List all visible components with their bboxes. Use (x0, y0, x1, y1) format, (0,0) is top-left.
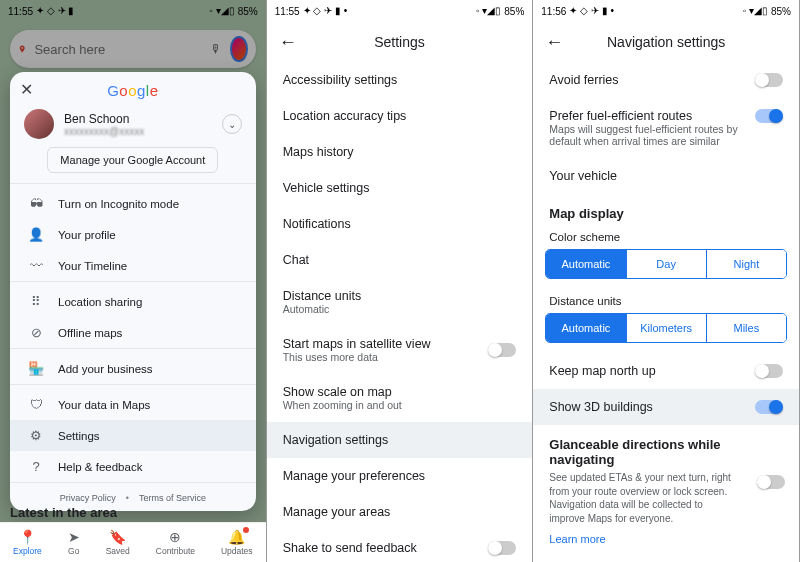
settings-row[interactable]: Navigation settings (267, 422, 533, 458)
seg-dist-km[interactable]: Kilometers (626, 314, 706, 342)
divider (10, 281, 256, 282)
screen-account-menu: 11:55✦ ◇ ✈ ▮ ◦ ▾◢▯85% 🎙 ✕ Google Ben Sch… (0, 0, 267, 562)
menu-profile[interactable]: 👤Your profile (10, 219, 256, 250)
section-map-display: Map display (533, 194, 799, 225)
nav-settings-header: ← Navigation settings (533, 22, 799, 62)
status-battery: 85% (771, 6, 791, 17)
toggle-show-3d[interactable] (755, 400, 783, 414)
seg-dist-miles[interactable]: Miles (706, 314, 786, 342)
section-driving-options: Driving options (533, 555, 799, 562)
settings-row[interactable]: Location accuracy tips (267, 98, 533, 134)
account-name: Ben Schoon (64, 112, 144, 126)
settings-list[interactable]: Accessibility settingsLocation accuracy … (267, 62, 533, 562)
nav-updates[interactable]: 🔔Updates (221, 529, 253, 556)
screen-nav-settings: 11:56✦ ◇ ✈ ▮ • ◦ ▾◢▯85% ← Navigation set… (533, 0, 800, 562)
back-arrow-icon[interactable]: ← (279, 32, 297, 53)
divider (10, 183, 256, 184)
explore-icon: 📍 (19, 529, 36, 545)
offline-icon: ⊘ (28, 325, 44, 340)
settings-row[interactable]: Accessibility settings (267, 62, 533, 98)
menu-settings[interactable]: ⚙Settings (10, 420, 256, 451)
shield-icon: 🛡 (28, 397, 44, 412)
profile-icon: 👤 (28, 227, 44, 242)
menu-incognito[interactable]: 🕶Turn on Incognito mode (10, 188, 256, 219)
bell-icon: 🔔 (228, 529, 245, 545)
plus-icon: ⊕ (169, 529, 181, 545)
settings-row[interactable]: Show scale on mapWhen zooming in and out (267, 374, 533, 422)
settings-row[interactable]: Notifications (267, 206, 533, 242)
learn-more-link[interactable]: Learn more (533, 533, 799, 555)
toggle-keep-north[interactable] (755, 364, 783, 378)
row-avoid-ferries[interactable]: Avoid ferries (533, 62, 799, 98)
terms-link[interactable]: Terms of Service (139, 493, 206, 503)
menu-timeline[interactable]: 〰Your Timeline (10, 250, 256, 281)
settings-row[interactable]: Vehicle settings (267, 170, 533, 206)
go-icon: ➤ (68, 529, 80, 545)
row-show-3d[interactable]: Show 3D buildings (533, 389, 799, 425)
back-arrow-icon[interactable]: ← (545, 32, 563, 53)
status-battery: 85% (504, 6, 524, 17)
close-icon[interactable]: ✕ (20, 80, 33, 99)
settings-row[interactable]: Distance unitsAutomatic (267, 278, 533, 326)
status-bar: 11:55✦ ◇ ✈ ▮ • ◦ ▾◢▯85% (267, 0, 533, 22)
gear-icon: ⚙ (28, 428, 44, 443)
nav-explore[interactable]: 📍Explore (13, 529, 42, 556)
label-color-scheme: Color scheme (533, 225, 799, 245)
menu-your-data[interactable]: 🛡Your data in Maps (10, 389, 256, 420)
toggle[interactable] (488, 541, 516, 555)
settings-row[interactable]: Manage your preferences (267, 458, 533, 494)
chevron-down-icon[interactable]: ⌄ (222, 114, 242, 134)
seg-color-day[interactable]: Day (626, 250, 706, 278)
manage-account-button[interactable]: Manage your Google Account (47, 147, 218, 173)
account-modal: ✕ Google Ben Schoon xxxxxxxxx@xxxxx ⌄ Ma… (10, 72, 256, 511)
nav-contribute[interactable]: ⊕Contribute (156, 529, 195, 556)
menu-offline-maps[interactable]: ⊘Offline maps (10, 317, 256, 348)
menu-help[interactable]: ?Help & feedback (10, 451, 256, 482)
seg-color-night[interactable]: Night (706, 250, 786, 278)
account-email: xxxxxxxxx@xxxxx (64, 126, 144, 137)
nav-go[interactable]: ➤Go (68, 529, 80, 556)
glanceable-desc: See updated ETAs & your next turn, right… (533, 471, 757, 533)
status-time: 11:55 (275, 6, 300, 17)
divider (10, 384, 256, 385)
menu-location-sharing[interactable]: ⠿Location sharing (10, 286, 256, 317)
status-time: 11:56 (541, 6, 566, 17)
segment-color-scheme: Automatic Day Night (545, 249, 787, 279)
settings-row[interactable]: Maps history (267, 134, 533, 170)
section-glanceable: Glanceable directions while navigating (533, 425, 799, 471)
seg-color-automatic[interactable]: Automatic (546, 250, 625, 278)
bookmark-icon: 🔖 (109, 529, 126, 545)
settings-header: ← Settings (267, 22, 533, 62)
divider (10, 482, 256, 483)
row-keep-north[interactable]: Keep map north up (533, 353, 799, 389)
toggle-fuel-efficient[interactable] (755, 109, 783, 123)
segment-distance-units: Automatic Kilometers Miles (545, 313, 787, 343)
storefront-icon: 🏪 (28, 361, 44, 376)
help-icon: ? (28, 459, 44, 474)
toggle-glanceable[interactable] (757, 475, 785, 489)
nav-saved[interactable]: 🔖Saved (106, 529, 130, 556)
seg-dist-automatic[interactable]: Automatic (546, 314, 625, 342)
account-row[interactable]: Ben Schoon xxxxxxxxx@xxxxx ⌄ (10, 105, 256, 139)
menu-add-business[interactable]: 🏪Add your business (10, 353, 256, 384)
status-bar: 11:56✦ ◇ ✈ ▮ • ◦ ▾◢▯85% (533, 0, 799, 22)
label-distance-units: Distance units (533, 289, 799, 309)
header-title: Settings (374, 34, 425, 50)
settings-row[interactable]: Manage your areas (267, 494, 533, 530)
screen-settings: 11:55✦ ◇ ✈ ▮ • ◦ ▾◢▯85% ← Settings Acces… (267, 0, 534, 562)
settings-row[interactable]: Start maps in satellite viewThis uses mo… (267, 326, 533, 374)
settings-row[interactable]: Chat (267, 242, 533, 278)
toggle-avoid-ferries[interactable] (755, 73, 783, 87)
row-your-vehicle[interactable]: Your vehicle (533, 158, 799, 194)
divider (10, 348, 256, 349)
google-logo: Google (10, 72, 256, 105)
settings-row[interactable]: Shake to send feedback (267, 530, 533, 562)
modal-footer: Privacy Policy • Terms of Service (10, 487, 256, 505)
profile-avatar (24, 109, 54, 139)
row-fuel-efficient[interactable]: Prefer fuel-efficient routes Maps will s… (533, 98, 799, 158)
privacy-link[interactable]: Privacy Policy (60, 493, 116, 503)
toggle[interactable] (488, 343, 516, 357)
timeline-icon: 〰 (28, 258, 44, 273)
header-title: Navigation settings (607, 34, 725, 50)
incognito-icon: 🕶 (28, 196, 44, 211)
